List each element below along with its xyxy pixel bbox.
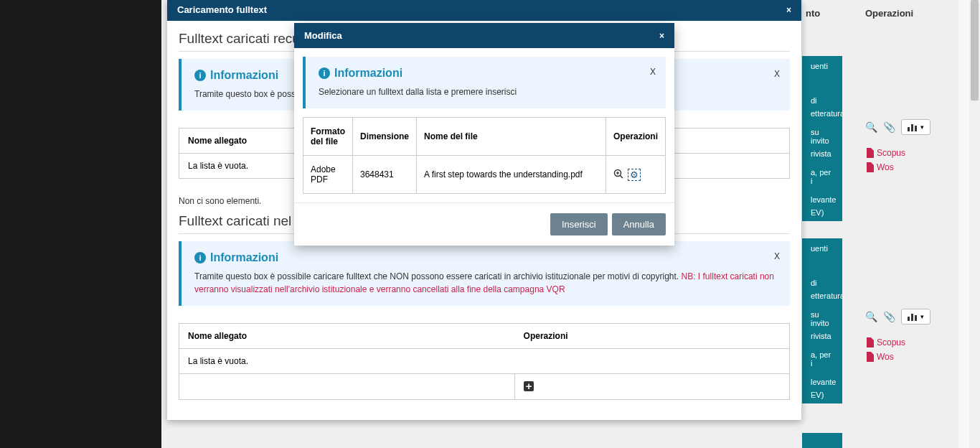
- modal-title: Caricamento fulltext: [177, 4, 267, 15]
- modal-title: Modifica: [304, 30, 342, 41]
- table-header: Formato del file: [303, 118, 353, 156]
- bg-card-line: levante: [811, 378, 834, 386]
- fulltext-table: Formato del file Dimensione Nome del fil…: [303, 117, 666, 194]
- bg-card-2: uenti di etteratura su invito rivista a,…: [802, 238, 842, 403]
- svg-rect-4: [911, 314, 913, 321]
- table-row: +: [179, 374, 790, 400]
- info-title: i Informazioni: [319, 67, 653, 80]
- bg-card-line: a, per i: [811, 168, 834, 185]
- table-header: Nome del file: [417, 118, 606, 156]
- bg-card-line: su invito: [811, 310, 834, 327]
- svg-rect-0: [908, 127, 910, 131]
- svg-rect-3: [908, 317, 910, 321]
- close-icon[interactable]: ×: [786, 5, 791, 15]
- cancel-button[interactable]: Annulla: [612, 213, 666, 235]
- bg-card-line: rivista: [811, 332, 834, 340]
- scopus-label: Scopus: [877, 148, 905, 158]
- bg-card-line: di: [811, 279, 834, 287]
- chart-dropdown-button[interactable]: ▾: [901, 119, 930, 135]
- info-text-black: Tramite questo box è possibile caricare …: [194, 271, 682, 281]
- table-header: Dimensione: [353, 118, 417, 156]
- file-name-cell: A first step towards the understanding.p…: [417, 156, 606, 194]
- svg-text:i: i: [323, 69, 325, 78]
- chart-dropdown-button[interactable]: ▾: [901, 309, 930, 325]
- add-icon[interactable]: +: [524, 381, 534, 391]
- empty-cell: [179, 374, 515, 400]
- inner-scrollbar[interactable]: [958, 0, 969, 448]
- scrollbar-thumb[interactable]: [971, 0, 979, 101]
- add-cell: +: [515, 374, 790, 400]
- close-icon[interactable]: ×: [659, 31, 664, 41]
- info-box-edit: X i Informazioni Selezionare un fulltext…: [303, 57, 666, 108]
- page-scrollbar[interactable]: [969, 0, 980, 448]
- zoom-in-icon[interactable]: 🔍: [865, 311, 877, 322]
- app-sidebar: [0, 0, 161, 448]
- info-title: i Informazioni: [194, 251, 777, 264]
- bg-action-icons-1: 🔍 📎 ▾: [865, 119, 930, 135]
- modal-header: Modifica ×: [294, 23, 674, 48]
- wos-link[interactable]: Wos: [865, 162, 905, 172]
- bg-col-header: nto: [806, 8, 820, 19]
- bg-card-line: levante: [811, 195, 834, 204]
- info-text: Selezionare un fulltext dalla lista e pr…: [319, 85, 653, 98]
- info-close-icon[interactable]: X: [774, 69, 780, 79]
- bg-card-line: EV): [811, 208, 834, 217]
- modal-body: X i Informazioni Selezionare un fulltext…: [294, 57, 674, 246]
- svg-text:i: i: [199, 253, 201, 262]
- file-format-cell: Adobe PDF: [303, 156, 353, 194]
- operations-cell: ⚙: [606, 156, 665, 194]
- table-header: Operazioni: [606, 118, 665, 156]
- zoom-in-icon[interactable]: 🔍: [865, 121, 877, 133]
- info-close-icon[interactable]: X: [650, 67, 656, 77]
- bg-card-line: rivista: [811, 149, 834, 158]
- info-title-text: Informazioni: [210, 69, 278, 82]
- info-close-icon[interactable]: X: [774, 251, 780, 261]
- scopus-label: Scopus: [877, 337, 905, 347]
- modal-header: Caricamento fulltext ×: [167, 0, 801, 21]
- svg-rect-2: [915, 126, 917, 131]
- bg-action-icons-2: 🔍 📎 ▾: [865, 309, 930, 325]
- bg-column-header-operazioni: Operazioni: [865, 8, 913, 19]
- zoom-in-icon[interactable]: [613, 169, 623, 181]
- info-icon: i: [194, 70, 206, 81]
- attachment-icon[interactable]: 📎: [883, 121, 895, 133]
- edit-modal: Modifica × X i Informazioni Selezionare …: [294, 23, 674, 246]
- info-title-text: Informazioni: [334, 67, 402, 80]
- scopus-link[interactable]: Scopus: [865, 337, 905, 347]
- bg-card-line: etteratura: [811, 291, 834, 300]
- bg-card-line: etteratura: [811, 109, 834, 118]
- info-text: Tramite questo box è possibile caricare …: [194, 270, 777, 296]
- info-icon: i: [194, 252, 206, 263]
- empty-cell: La lista è vuota.: [179, 349, 790, 374]
- bg-card-line: a, per i: [811, 350, 834, 368]
- bg-links-1: Scopus Wos: [865, 148, 905, 172]
- bg-links-2: Scopus Wos: [865, 337, 905, 362]
- svg-rect-5: [915, 315, 917, 321]
- svg-rect-1: [911, 124, 913, 131]
- scopus-link[interactable]: Scopus: [865, 148, 905, 158]
- file-size-cell: 3648431: [353, 156, 417, 194]
- bg-card-line: uenti: [811, 244, 834, 253]
- info-title-text: Informazioni: [210, 251, 278, 264]
- info-box-2: X i Informazioni Tramite questo box è po…: [179, 241, 790, 306]
- bg-card-line: su invito: [811, 128, 834, 145]
- table-row: La lista è vuota.: [179, 349, 790, 374]
- bg-card-3: [802, 433, 842, 448]
- bg-card-1: uenti di etteratura su invito rivista a,…: [802, 56, 842, 221]
- attachment-icon[interactable]: 📎: [883, 311, 895, 322]
- insert-button[interactable]: Inserisci: [550, 213, 608, 235]
- svg-line-13: [620, 175, 623, 178]
- table-row[interactable]: Adobe PDF 3648431 A first step towards t…: [303, 156, 666, 194]
- table-header: Nome allegato: [179, 324, 515, 349]
- table-header: Operazioni: [515, 324, 790, 349]
- gear-icon[interactable]: ⚙: [628, 169, 641, 181]
- bg-card-line: EV): [811, 391, 834, 399]
- bg-card-line: di: [811, 96, 834, 105]
- wos-link[interactable]: Wos: [865, 352, 905, 362]
- wos-label: Wos: [877, 352, 894, 362]
- modal-footer: Inserisci Annulla: [294, 202, 674, 246]
- bg-card-line: uenti: [811, 62, 834, 70]
- info-icon: i: [319, 67, 330, 79]
- attachments-table-2: Nome allegato Operazioni La lista è vuot…: [179, 323, 790, 400]
- svg-text:i: i: [199, 71, 201, 80]
